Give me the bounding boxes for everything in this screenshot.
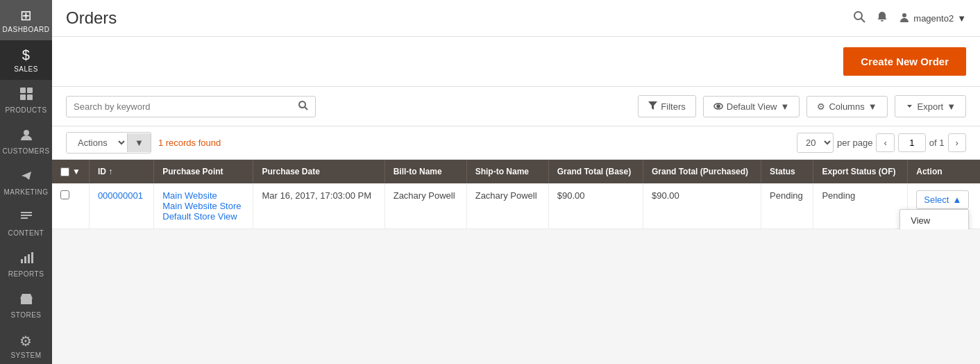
sidebar-item-label: Content: [8, 229, 44, 237]
select-all-checkbox[interactable]: [60, 167, 69, 176]
order-id-link[interactable]: 000000001: [98, 190, 143, 201]
actions-arrow-icon[interactable]: ▼: [127, 133, 151, 152]
action-chevron-up-icon: ▲: [952, 195, 961, 205]
system-icon: ⚙: [19, 333, 33, 349]
svg-rect-10: [28, 254, 30, 263]
export-label: Export: [918, 101, 944, 112]
actions-select[interactable]: Actions: [67, 133, 127, 153]
col-purchase-date-label: Purchase Date: [262, 167, 319, 176]
svg-point-15: [902, 13, 906, 17]
svg-rect-12: [21, 299, 32, 304]
row-purchase-date-cell: Mar 16, 2017, 17:03:00 PM: [253, 183, 385, 229]
col-grand-total-purchased[interactable]: Grand Total (Purchased): [643, 160, 761, 183]
sidebar-item-customers[interactable]: Customers: [0, 121, 52, 162]
sidebar-item-dashboard[interactable]: ⊞ Dashboard: [0, 0, 52, 40]
col-gt-base-label: Grand Total (Base): [557, 167, 631, 176]
sidebar-item-label: Reports: [8, 270, 44, 278]
export-button[interactable]: Export ▼: [895, 95, 966, 117]
sidebar-item-reports[interactable]: Reports: [0, 244, 52, 285]
purchase-point-line2[interactable]: Main Website Store: [162, 201, 241, 211]
next-page-button[interactable]: ›: [948, 133, 966, 152]
svg-point-20: [717, 105, 720, 108]
row-purchase-point-cell: Main Website Main Website Store Default …: [154, 183, 253, 229]
sidebar-item-content[interactable]: Content: [0, 203, 52, 244]
svg-point-13: [854, 12, 862, 19]
col-export-status[interactable]: Export Status (OF): [813, 160, 908, 183]
svg-line-17: [305, 107, 307, 110]
action-view-item[interactable]: View: [900, 210, 968, 229]
svg-rect-0: [20, 88, 26, 93]
pagination: 20 per page ‹ of 1 ›: [797, 133, 966, 153]
columns-label: Columns: [829, 101, 864, 112]
marketing-icon: [19, 169, 33, 186]
page-title: Orders: [66, 8, 117, 28]
create-new-order-button[interactable]: Create New Order: [843, 47, 966, 76]
user-name: magento2: [913, 13, 954, 24]
action-dropdown-menu: View Export: [899, 209, 969, 229]
search-box: [66, 96, 316, 117]
select-all-chevron-icon[interactable]: ▼: [72, 167, 81, 176]
action-select-label: Select: [924, 195, 949, 205]
sidebar-item-label: Dashboard: [3, 26, 50, 33]
filters-button[interactable]: Filters: [638, 95, 695, 117]
view-chevron-icon: ▼: [781, 101, 790, 112]
sidebar-item-stores[interactable]: Stores: [0, 285, 52, 326]
default-view-button[interactable]: Default View ▼: [703, 96, 800, 117]
products-icon: [19, 87, 33, 104]
of-total-label: of 1: [929, 138, 945, 148]
svg-rect-5: [21, 212, 32, 213]
col-status[interactable]: Status: [761, 160, 813, 183]
svg-rect-6: [21, 215, 32, 216]
col-bill-to-label: Bill-to Name: [394, 167, 442, 176]
row-checkbox[interactable]: [60, 190, 69, 199]
sidebar-item-products[interactable]: Products: [0, 80, 52, 121]
action-select-button[interactable]: Select ▲: [916, 190, 969, 209]
ship-to-name: Zachary Powell: [475, 190, 537, 201]
col-export-status-label: Export Status (OF): [822, 167, 895, 176]
gear-icon: ⚙: [817, 101, 825, 112]
purchase-point-line1[interactable]: Main Website: [162, 190, 217, 201]
svg-marker-18: [648, 101, 657, 110]
columns-button[interactable]: ⚙ Columns ▼: [806, 96, 887, 117]
search-icon[interactable]: [853, 10, 865, 26]
user-menu[interactable]: magento2 ▼: [899, 12, 966, 25]
search-input[interactable]: [74, 101, 298, 112]
col-purchase-point-label: Purchase Point: [162, 167, 223, 176]
filters-label: Filters: [661, 101, 685, 112]
col-ship-to-name[interactable]: Ship-to Name: [466, 160, 548, 183]
page-number-input[interactable]: [898, 133, 926, 152]
per-page-select[interactable]: 20: [797, 133, 834, 153]
col-bill-to-name[interactable]: Bill-to Name: [385, 160, 466, 183]
customers-icon: [19, 128, 33, 145]
prev-page-button[interactable]: ‹: [876, 133, 894, 152]
row-checkbox-cell: [52, 183, 89, 229]
user-chevron-icon: ▼: [957, 13, 966, 24]
sidebar-item-sales[interactable]: $ Sales: [0, 40, 52, 80]
actions-dropdown: Actions ▼: [66, 132, 151, 154]
export-status: Pending: [822, 190, 855, 201]
col-grand-total-base[interactable]: Grand Total (Base): [548, 160, 643, 183]
col-purchase-date[interactable]: Purchase Date: [253, 160, 385, 183]
col-checkbox: ▼: [52, 160, 89, 183]
col-ship-to-label: Ship-to Name: [475, 167, 529, 176]
row-grand-total-base-cell: $90.00: [548, 183, 643, 229]
sort-icon: ↑: [108, 167, 112, 176]
sidebar-item-marketing[interactable]: Marketing: [0, 162, 52, 203]
row-action-cell: Select ▲ View Export: [908, 183, 980, 229]
row-grand-total-purchased-cell: $90.00: [643, 183, 761, 229]
sidebar-item-system[interactable]: ⚙ System: [0, 326, 52, 364]
status-badge: Pending: [770, 190, 803, 201]
row-id-cell: 000000001: [89, 183, 153, 229]
col-id[interactable]: ID ↑: [89, 160, 153, 183]
filter-bar: Filters Default View ▼ ⚙ Columns ▼ Expor…: [52, 87, 980, 126]
main-content: Orders magento2 ▼ Create New Order: [52, 0, 980, 364]
purchase-point-line3[interactable]: Default Store View: [162, 211, 237, 222]
bill-to-name: Zachary Powell: [394, 190, 455, 201]
bell-icon[interactable]: [876, 10, 888, 26]
search-submit-icon[interactable]: [298, 101, 308, 113]
user-icon: [899, 12, 910, 25]
col-purchase-point[interactable]: Purchase Point: [154, 160, 253, 183]
top-header: Orders magento2 ▼: [52, 0, 980, 37]
sidebar-item-label: Stores: [11, 311, 42, 319]
content-icon: [19, 210, 33, 227]
